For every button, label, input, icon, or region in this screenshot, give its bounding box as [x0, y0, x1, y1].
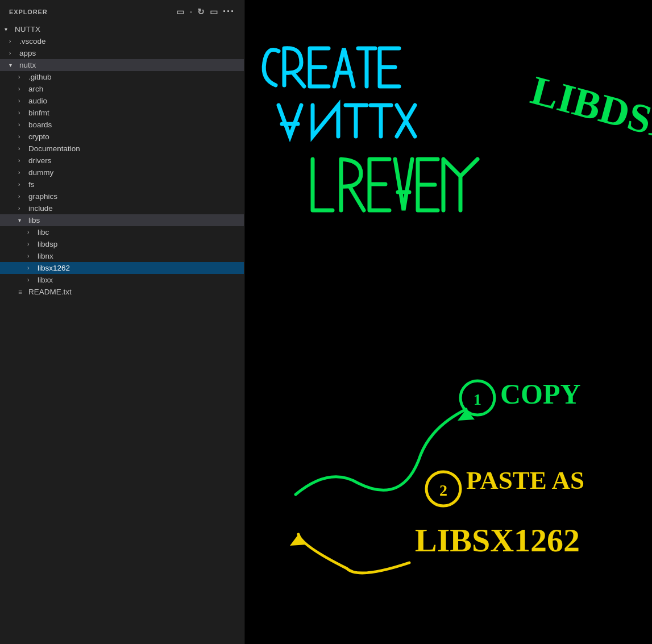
refresh-icon[interactable]: ↻	[197, 7, 205, 17]
libs-chevron: ▾	[18, 217, 28, 223]
sidebar-header: EXPLORER ▭ ▫ ↻ ▭ ···	[0, 0, 244, 23]
tree-item-include[interactable]: › include	[0, 202, 244, 214]
libdsp-label: libdsp	[38, 240, 57, 248]
file-tree: ▾ NUTTX › .vscode › apps ▾ nuttx › .gith…	[0, 23, 244, 298]
audio-chevron: ›	[18, 98, 28, 104]
readme-label: README.txt	[28, 288, 72, 296]
binfmt-chevron: ›	[18, 110, 28, 116]
dummy-chevron: ›	[18, 169, 28, 176]
vscode-label: .vscode	[19, 37, 46, 45]
fs-label: fs	[28, 180, 35, 189]
libdsp-chevron: ›	[27, 241, 38, 247]
libdsp-annotation: LIBDSP	[526, 67, 652, 149]
arch-label: arch	[28, 85, 43, 93]
create-text-group: LIBDSP	[264, 48, 652, 210]
sidebar-header-icons: ▭ ▫ ↻ ▭ ···	[176, 6, 235, 18]
libnx-label: libnx	[38, 252, 53, 260]
include-chevron: ›	[18, 205, 28, 211]
new-file-icon[interactable]: ▭	[176, 7, 185, 17]
binfmt-label: binfmt	[28, 109, 49, 117]
tree-item-documentation[interactable]: › Documentation	[0, 143, 244, 155]
github-label: .github	[28, 73, 52, 81]
documentation-label: Documentation	[28, 144, 80, 153]
tree-item-drivers[interactable]: › drivers	[0, 155, 244, 167]
include-label: include	[28, 204, 53, 213]
tree-item-readme[interactable]: ≡ README.txt	[0, 286, 244, 298]
sidebar: EXPLORER ▭ ▫ ↻ ▭ ··· ▾ NUTTX › .vscode ›…	[0, 0, 244, 644]
copy-annotation: COPY	[500, 378, 581, 410]
root-chevron: ▾	[5, 26, 15, 32]
tree-item-libdsp[interactable]: › libdsp	[0, 238, 244, 250]
green-arrowhead	[458, 409, 475, 421]
tree-item-binfmt[interactable]: › binfmt	[0, 107, 244, 119]
tree-item-apps[interactable]: › apps	[0, 47, 244, 59]
libsx1262-chevron: ›	[27, 265, 38, 271]
libsx1262-annotation: LIBSX1262	[415, 522, 580, 559]
yellow-arrow-curve	[298, 534, 409, 573]
crypto-label: crypto	[28, 132, 49, 141]
tree-item-libnx[interactable]: › libnx	[0, 250, 244, 262]
apps-label: apps	[19, 49, 36, 57]
yellow-arrowhead	[290, 534, 307, 546]
nuttx-chevron: ▾	[9, 62, 19, 68]
crypto-chevron: ›	[18, 134, 28, 140]
boards-chevron: ›	[18, 122, 28, 128]
main-editor-area: LIBDSP 1 COPY 2 PASTE AS LIBSX1262	[244, 0, 652, 644]
number-2: 2	[439, 481, 447, 499]
readme-icon: ≡	[18, 288, 28, 296]
tree-root-nuttx[interactable]: ▾ NUTTX	[0, 23, 244, 35]
audio-label: audio	[28, 97, 47, 105]
circle-1	[460, 381, 495, 415]
github-chevron: ›	[18, 74, 28, 80]
drivers-chevron: ›	[18, 157, 28, 164]
libc-chevron: ›	[27, 229, 38, 235]
tree-item-crypto[interactable]: › crypto	[0, 131, 244, 143]
tree-item-arch[interactable]: › arch	[0, 83, 244, 95]
libc-label: libc	[38, 228, 49, 236]
drivers-label: drivers	[28, 156, 52, 165]
graphics-label: graphics	[28, 192, 57, 201]
more-options-icon[interactable]: ···	[223, 6, 235, 18]
documentation-chevron: ›	[18, 146, 28, 152]
tree-item-boards[interactable]: › boards	[0, 119, 244, 131]
boards-label: boards	[28, 121, 52, 129]
root-label: NUTTX	[15, 25, 40, 34]
libxx-chevron: ›	[27, 277, 38, 283]
libsx1262-label: libsx1262	[38, 264, 70, 272]
apps-chevron: ›	[9, 50, 19, 56]
tree-item-github[interactable]: › .github	[0, 71, 244, 83]
fs-chevron: ›	[18, 181, 28, 188]
collapse-icon[interactable]: ▭	[210, 7, 218, 17]
circle-2	[426, 472, 460, 506]
nuttx-label: nuttx	[19, 61, 36, 69]
tree-item-audio[interactable]: › audio	[0, 95, 244, 107]
new-folder-icon[interactable]: ▫	[189, 7, 193, 16]
annotation-svg: LIBDSP 1 COPY 2 PASTE AS LIBSX1262	[244, 0, 652, 644]
number-1: 1	[474, 390, 481, 408]
libnx-chevron: ›	[27, 253, 38, 259]
paste-annotation: PASTE AS	[466, 466, 584, 495]
dummy-label: dummy	[28, 168, 53, 177]
libxx-label: libxx	[38, 276, 53, 284]
tree-item-nuttx[interactable]: ▾ nuttx	[0, 59, 244, 71]
tree-item-dummy[interactable]: › dummy	[0, 167, 244, 178]
tree-item-libxx[interactable]: › libxx	[0, 274, 244, 286]
green-arrow-curve	[296, 409, 466, 495]
tree-item-vscode[interactable]: › .vscode	[0, 35, 244, 47]
tree-item-libs[interactable]: ▾ libs	[0, 214, 244, 226]
tree-item-libsx1262[interactable]: › libsx1262	[0, 262, 244, 274]
explorer-label: EXPLORER	[9, 9, 48, 15]
vscode-chevron: ›	[9, 38, 19, 44]
libs-label: libs	[28, 216, 40, 225]
arch-chevron: ›	[18, 86, 28, 92]
tree-item-libc[interactable]: › libc	[0, 226, 244, 238]
graphics-chevron: ›	[18, 193, 28, 200]
tree-item-graphics[interactable]: › graphics	[0, 190, 244, 202]
tree-item-fs[interactable]: › fs	[0, 178, 244, 190]
